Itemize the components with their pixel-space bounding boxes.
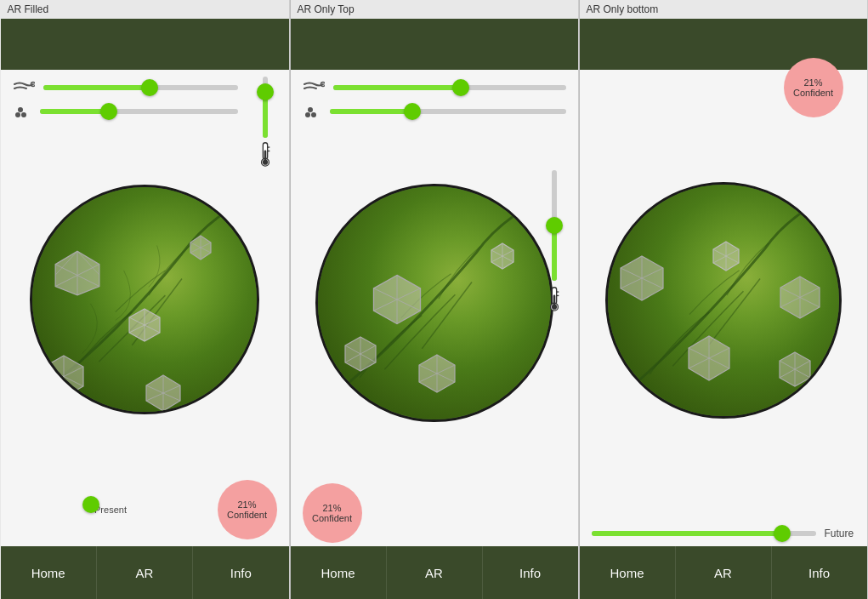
- polyhedron-2-2: [488, 242, 517, 271]
- polyhedron-3-5: [776, 351, 814, 388]
- nav-home-2[interactable]: Home: [291, 546, 387, 599]
- panel-title-bar-3: AR Only bottom: [580, 0, 867, 19]
- drop-icon: [13, 102, 31, 121]
- vertical-slider-1[interactable]: [263, 77, 268, 138]
- controls-area-1: [1, 70, 289, 126]
- future-label-3: Future: [825, 528, 855, 539]
- svg-point-33: [305, 112, 310, 117]
- nav-home-1[interactable]: Home: [1, 546, 97, 599]
- drop-slider-2[interactable]: [330, 109, 566, 114]
- polyhedron-2-1: [369, 271, 425, 328]
- wind-control-row: [13, 78, 238, 97]
- future-slider-row: Future: [580, 521, 867, 546]
- panel-title-2: AR Only Top: [298, 3, 355, 15]
- controls-area-2: [291, 70, 578, 126]
- nav-bar-1: Home AR Info: [1, 546, 289, 599]
- leaf-circle-container-3: [580, 80, 867, 521]
- wind-slider-2[interactable]: [333, 85, 566, 90]
- svg-point-7: [262, 160, 267, 165]
- svg-point-35: [308, 107, 313, 112]
- svg-point-3: [18, 107, 23, 112]
- nav-ar-1[interactable]: AR: [97, 546, 193, 599]
- nav-bar-2: Home AR Info: [291, 546, 578, 599]
- confident-badge-1: 21%Confident: [218, 480, 277, 539]
- nav-info-1[interactable]: Info: [193, 546, 288, 599]
- dark-header-1: [1, 19, 289, 70]
- nav-bar-3: Home AR Info: [580, 546, 867, 599]
- panel-title-bar-2: AR Only Top: [291, 0, 578, 19]
- panel-title-1: AR Filled: [8, 3, 49, 15]
- svg-point-2: [21, 112, 26, 117]
- polyhedron-4: [41, 353, 88, 400]
- wind-icon: [13, 78, 35, 97]
- future-slider-3[interactable]: [592, 531, 816, 536]
- svg-point-34: [311, 112, 316, 117]
- drop-control-row-2: [303, 102, 566, 121]
- svg-point-1: [15, 112, 20, 117]
- polyhedron-1: [51, 247, 104, 300]
- bottom-controls-1: Present 21%Confident: [1, 473, 289, 546]
- panel-ar-only-top: AR Only Top: [290, 0, 579, 599]
- wind-slider-track-1[interactable]: [43, 85, 238, 90]
- dark-header-2: [291, 19, 578, 70]
- confident-badge-top-3: 21%Confident: [784, 58, 843, 117]
- nav-ar-3[interactable]: AR: [676, 546, 772, 599]
- confident-badge-2: 21%Confident: [303, 483, 362, 543]
- polyhedron-3-2: [710, 240, 742, 272]
- nav-home-3[interactable]: Home: [580, 546, 676, 599]
- leaf-circle-container-1: [1, 126, 289, 473]
- svg-point-55: [551, 305, 556, 310]
- wind-control-row-2: [303, 78, 566, 97]
- thermometer-icon-2: [544, 286, 564, 311]
- nav-info-3[interactable]: Info: [772, 546, 867, 599]
- panel-title-3: AR Only bottom: [587, 3, 659, 15]
- leaf-circle-2: [315, 184, 553, 422]
- leaf-circle-1: [30, 185, 259, 414]
- thermometer-icon-1: [255, 141, 275, 167]
- leaf-circle-3: [605, 182, 842, 419]
- polyhedron-3-4: [684, 334, 734, 383]
- svg-rect-6: [264, 151, 266, 161]
- polyhedron-3-1: [616, 253, 667, 304]
- bottom-area-2: 21%Confident: [291, 480, 578, 546]
- leaf-circle-container-2: [291, 126, 578, 480]
- panel-title-bar-1: AR Filled: [1, 0, 289, 19]
- polyhedron-2-4: [342, 335, 379, 373]
- nav-ar-2[interactable]: AR: [387, 546, 483, 599]
- nav-info-2[interactable]: Info: [483, 546, 578, 599]
- svg-rect-54: [553, 295, 555, 305]
- polyhedron-3-3: [777, 274, 824, 321]
- drop-icon-2: [303, 102, 321, 121]
- polyhedron-2-3: [416, 352, 458, 395]
- panel-ar-filled: AR Filled: [1, 0, 290, 599]
- vertical-slider-2[interactable]: [552, 170, 557, 281]
- panel-ar-only-bottom: AR Only bottom 21%Confident: [579, 0, 868, 599]
- polyhedron-5: [143, 373, 184, 414]
- drop-control-row: [13, 102, 238, 121]
- wind-icon-2: [303, 78, 325, 97]
- polyhedron-2: [187, 234, 214, 261]
- polyhedron-3: [126, 306, 163, 344]
- drop-slider-track-1[interactable]: [40, 109, 238, 114]
